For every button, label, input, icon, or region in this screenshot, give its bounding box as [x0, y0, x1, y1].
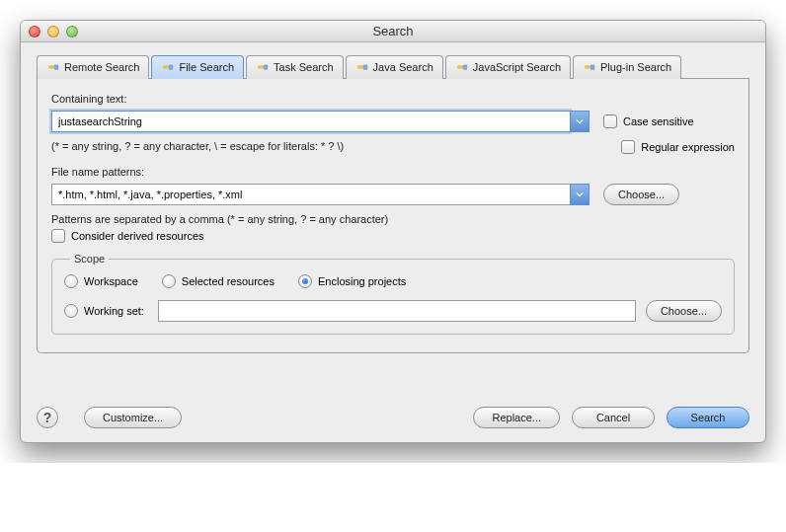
- containing-text-input[interactable]: [51, 111, 570, 132]
- scope-workingset-radio[interactable]: Working set:: [64, 304, 144, 318]
- minimize-icon[interactable]: [47, 26, 59, 38]
- file-patterns-dropdown[interactable]: [570, 184, 590, 205]
- svg-rect-8: [457, 65, 464, 69]
- chevron-down-icon: [576, 117, 584, 125]
- checkbox-icon: [621, 140, 635, 154]
- titlebar: Search: [21, 21, 765, 42]
- workingset-input[interactable]: [158, 300, 636, 322]
- tab-javascript-search[interactable]: JavaScript Search: [445, 55, 571, 79]
- tab-remote-search[interactable]: Remote Search: [37, 55, 149, 79]
- svg-rect-10: [585, 65, 591, 69]
- window-title: Search: [21, 24, 765, 38]
- svg-rect-2: [163, 65, 170, 69]
- scope-selected-radio[interactable]: Selected resources: [162, 274, 275, 288]
- search-dialog: Search Remote Search File Search Task Se…: [20, 20, 766, 443]
- search-tabs: Remote Search File Search Task Search Ja…: [37, 54, 749, 79]
- svg-rect-0: [48, 65, 55, 69]
- case-sensitive-checkbox[interactable]: Case sensitive: [603, 114, 694, 128]
- customize-button[interactable]: Customize...: [84, 407, 182, 428]
- help-button[interactable]: ?: [37, 407, 58, 428]
- flashlight-icon: [355, 60, 369, 74]
- zoom-icon[interactable]: [66, 26, 78, 38]
- flashlight-icon: [583, 60, 596, 74]
- svg-rect-9: [463, 64, 467, 69]
- close-icon[interactable]: [29, 26, 40, 38]
- flashlight-icon: [256, 60, 270, 74]
- chevron-down-icon: [576, 190, 584, 198]
- patterns-hint: Patterns are separated by a comma (* = a…: [51, 213, 735, 225]
- svg-rect-5: [264, 64, 268, 69]
- svg-rect-3: [169, 64, 173, 69]
- svg-rect-1: [54, 64, 58, 69]
- file-patterns-input[interactable]: [51, 184, 570, 205]
- containing-text-hint: (* = any string, ? = any character, \ = …: [51, 140, 344, 152]
- replace-button[interactable]: Replace...: [473, 407, 560, 428]
- checkbox-icon: [51, 229, 65, 243]
- tab-task-search[interactable]: Task Search: [246, 55, 344, 79]
- svg-rect-4: [258, 65, 265, 69]
- flashlight-icon: [455, 60, 469, 74]
- file-patterns-combo[interactable]: [51, 184, 590, 205]
- tab-java-search[interactable]: Java Search: [346, 55, 443, 79]
- scope-enclosing-radio[interactable]: Enclosing projects: [298, 274, 406, 288]
- tab-plugin-search[interactable]: Plug-in Search: [573, 55, 681, 79]
- containing-text-combo[interactable]: [51, 111, 590, 132]
- file-search-panel: Containing text: Case sensitive (* = any…: [37, 79, 749, 353]
- flashlight-icon: [46, 60, 60, 74]
- choose-workingset-button[interactable]: Choose...: [646, 300, 722, 322]
- regex-checkbox[interactable]: Regular expression: [621, 140, 735, 154]
- containing-text-dropdown[interactable]: [570, 111, 590, 132]
- choose-patterns-button[interactable]: Choose...: [603, 184, 679, 205]
- checkbox-icon: [603, 114, 617, 128]
- radio-icon: [64, 304, 78, 318]
- file-patterns-label: File name patterns:: [51, 166, 735, 178]
- svg-rect-7: [362, 64, 366, 69]
- radio-icon: [64, 274, 78, 288]
- svg-rect-11: [590, 64, 594, 69]
- svg-rect-6: [356, 65, 363, 69]
- derived-checkbox[interactable]: Consider derived resources: [51, 229, 735, 243]
- scope-legend: Scope: [70, 253, 109, 265]
- radio-icon: [298, 274, 312, 288]
- flashlight-icon: [161, 60, 175, 74]
- search-button[interactable]: Search: [667, 407, 749, 428]
- tab-file-search[interactable]: File Search: [151, 55, 244, 79]
- radio-icon: [162, 274, 176, 288]
- scope-workspace-radio[interactable]: Workspace: [64, 274, 138, 288]
- scope-group: Scope Workspace Selected resources Enclo…: [51, 253, 735, 335]
- dialog-footer: ? Customize... Replace... Cancel Search: [21, 407, 765, 442]
- containing-text-label: Containing text:: [51, 93, 735, 105]
- cancel-button[interactable]: Cancel: [572, 407, 655, 428]
